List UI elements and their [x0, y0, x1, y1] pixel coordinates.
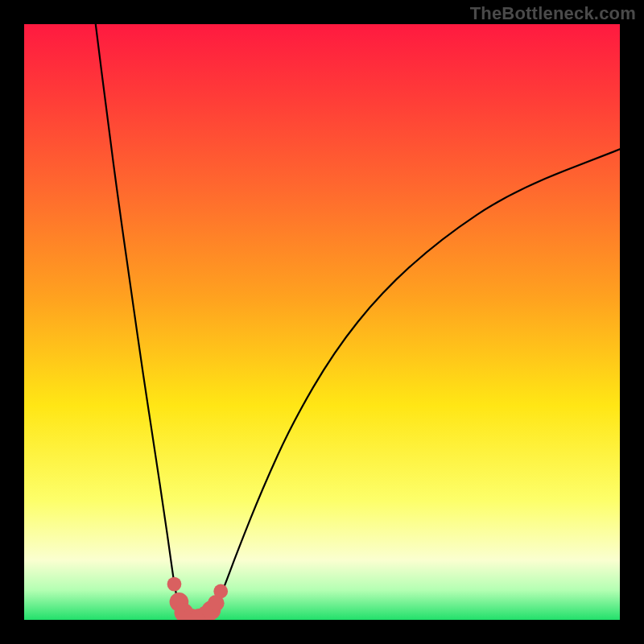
highlight-dot — [213, 584, 228, 599]
chart-svg — [24, 24, 620, 620]
highlight-dots — [167, 577, 228, 620]
highlight-dot — [167, 577, 182, 592]
plot-area — [24, 24, 620, 620]
attribution-text: TheBottleneck.com — [470, 3, 636, 24]
bottleneck-curve — [96, 24, 620, 619]
chart-frame: TheBottleneck.com — [0, 0, 644, 644]
